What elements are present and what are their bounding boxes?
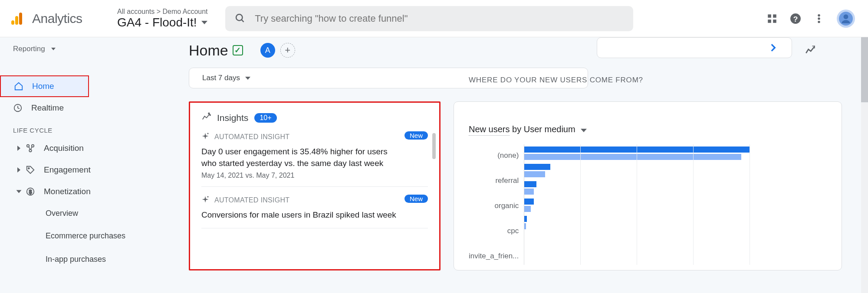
svg-point-28 xyxy=(207,133,209,134)
sidebar-item-engagement[interactable]: Engagement xyxy=(0,159,158,181)
insight-item[interactable]: AUTOMATED INSIGHT New Conversions for ma… xyxy=(201,187,428,228)
svg-rect-7 xyxy=(768,20,771,23)
brand-name: Analytics xyxy=(32,11,82,26)
scrollbar-thumb[interactable] xyxy=(861,37,868,102)
svg-point-13 xyxy=(818,20,820,23)
svg-point-19 xyxy=(28,168,30,169)
acquisition-icon xyxy=(26,143,35,153)
search-icon xyxy=(235,13,246,24)
analytics-logo-icon xyxy=(9,11,24,26)
brand-block: Analytics xyxy=(9,11,108,26)
svg-point-18 xyxy=(29,150,32,152)
insights-title: Insights xyxy=(217,113,248,123)
insight-text: Day 0 user engagement is 35.48% higher f… xyxy=(201,146,428,169)
reporting-mode-selector[interactable]: Reporting xyxy=(0,42,158,56)
insights-card: Insights 10+ AUTOMATED INSIGHT New Day 0… xyxy=(189,101,441,270)
header-actions: ? xyxy=(766,10,855,28)
insights-icon[interactable] xyxy=(805,45,816,56)
sidebar-item-home[interactable]: Home xyxy=(0,75,89,97)
sidebar-item-label: Acquisition xyxy=(44,143,84,153)
sidebar-item-label: In-app purchases xyxy=(46,255,106,264)
add-comparison-button[interactable]: + xyxy=(280,43,295,58)
chart-category-label: organic xyxy=(495,197,519,215)
chart-bars xyxy=(524,144,750,265)
chevron-right-icon xyxy=(17,167,20,173)
avatar-icon xyxy=(839,12,853,26)
svg-point-14 xyxy=(844,14,848,19)
dimension-name: by User medium xyxy=(510,124,575,134)
sidebar-item-label: Engagement xyxy=(44,165,91,175)
chart-category-label: (none) xyxy=(497,147,519,164)
sparkle-icon xyxy=(201,112,211,124)
chevron-down-icon xyxy=(16,190,22,193)
svg-point-26 xyxy=(208,113,210,114)
sidebar-item-monetization[interactable]: $ Monetization xyxy=(0,181,158,202)
svg-rect-1 xyxy=(15,16,18,25)
bar-chart: (none)referralorganiccpcinvite_a_frien..… xyxy=(469,144,827,265)
sidebar-item-label: Home xyxy=(32,81,54,91)
sidebar-item-label: Realtime xyxy=(31,103,64,113)
more-icon[interactable] xyxy=(813,13,825,24)
scrollbar-thumb[interactable] xyxy=(432,133,436,159)
chevron-down-icon xyxy=(581,129,587,132)
sparkle-icon xyxy=(201,132,209,142)
chart-category-label: invite_a_frien... xyxy=(469,247,519,265)
insight-text: Conversions for male users in Brazil spi… xyxy=(201,209,428,221)
property-name: GA4 - Flood-It! xyxy=(117,16,197,29)
svg-point-11 xyxy=(818,14,820,16)
search-bar[interactable] xyxy=(225,6,633,31)
home-icon xyxy=(14,81,23,91)
insight-item[interactable]: AUTOMATED INSIGHT New Day 0 user engagem… xyxy=(201,124,428,187)
insight-type-label: AUTOMATED INSIGHT xyxy=(214,133,289,141)
page-title: Home xyxy=(189,42,228,59)
dimension-selector[interactable]: New users by User medium xyxy=(469,124,827,136)
sidebar-item-realtime[interactable]: Realtime xyxy=(0,97,158,119)
property-selector[interactable]: All accounts > Demo Account GA4 - Flood-… xyxy=(108,8,217,29)
sidebar-item-label: Overview xyxy=(46,209,78,218)
tag-icon xyxy=(26,165,35,175)
sidebar-item-ecommerce[interactable]: Ecommerce purchases xyxy=(0,224,158,248)
chevron-down-icon xyxy=(51,48,56,50)
svg-point-3 xyxy=(236,14,242,20)
clock-icon xyxy=(13,103,23,113)
sidebar-item-acquisition[interactable]: Acquisition xyxy=(0,137,158,159)
chart-y-labels: (none)referralorganiccpcinvite_a_frien..… xyxy=(469,144,524,265)
svg-point-12 xyxy=(818,17,820,20)
sidebar-item-label: Monetization xyxy=(44,187,91,196)
svg-line-4 xyxy=(241,20,243,22)
sidebar-item-overview[interactable]: Overview xyxy=(0,202,158,224)
new-badge: New xyxy=(404,195,428,203)
svg-text:?: ? xyxy=(793,14,798,23)
page-scrollbar[interactable] xyxy=(861,37,868,293)
svg-rect-8 xyxy=(773,20,776,23)
apps-icon[interactable] xyxy=(766,13,778,24)
realtime-link-card[interactable] xyxy=(597,37,792,58)
svg-rect-0 xyxy=(11,20,14,25)
insight-type-label: AUTOMATED INSIGHT xyxy=(214,196,289,204)
comparison-chip[interactable]: A xyxy=(260,43,275,58)
dollar-icon: $ xyxy=(26,187,35,196)
verified-icon: ✓ xyxy=(233,45,243,55)
sidebar-item-label: Ecommerce purchases xyxy=(46,231,125,241)
arrow-right-icon xyxy=(767,42,779,53)
help-icon[interactable]: ? xyxy=(790,13,801,24)
sidebar: Reporting Home Realtime LIFE CYCLE Acqui… xyxy=(0,37,158,293)
chart-category-label: cpc xyxy=(507,222,519,240)
chevron-right-icon xyxy=(17,146,20,151)
search-input[interactable] xyxy=(255,13,623,24)
chevron-down-icon xyxy=(201,21,207,24)
users-card-heading: WHERE DO YOUR NEW USERS COME FROM? xyxy=(469,76,643,85)
new-badge: New xyxy=(404,131,428,140)
svg-rect-2 xyxy=(19,13,22,25)
account-breadcrumb: All accounts > Demo Account xyxy=(117,8,208,16)
sidebar-item-inapp[interactable]: In-app purchases xyxy=(0,248,158,270)
sparkle-icon xyxy=(201,195,209,205)
chart-category-label: referral xyxy=(495,172,519,189)
svg-point-29 xyxy=(207,196,209,198)
insights-header: Insights 10+ xyxy=(201,112,428,124)
insights-count-badge: 10+ xyxy=(254,113,276,123)
main-content: Home ✓ A + Last 7 days xyxy=(158,37,868,293)
user-avatar[interactable] xyxy=(837,10,855,28)
new-users-card: New users by User medium (none)referralo… xyxy=(454,101,842,270)
insight-date: May 14, 2021 vs. May 7, 2021 xyxy=(201,172,428,179)
